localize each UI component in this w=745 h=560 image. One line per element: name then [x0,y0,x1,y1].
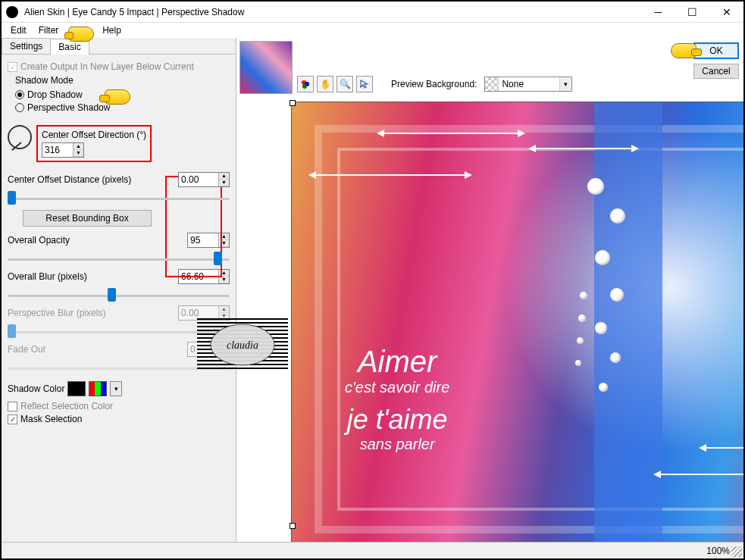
window-title: Alien Skin | Eye Candy 5 Impact | Perspe… [23,7,641,17]
center-offset-direction-spinner[interactable]: ▲▼ [42,142,84,158]
preview-toolbar: ✋ 🔍 Preview Background: None ▾ [297,76,572,92]
close-button[interactable]: ✕ [709,2,743,23]
menubar: Edit Filter View Help [2,23,743,38]
reflect-selection-color-checkbox[interactable] [8,402,17,411]
center-offset-distance-input[interactable] [179,173,218,186]
shadow-color-swatch[interactable] [67,381,86,396]
highlight-box: Center Offset Direction (°) ▲▼ [36,125,152,162]
shadow-mode-label: Shadow Mode [15,75,230,86]
cancel-button[interactable]: Cancel [693,64,739,79]
menu-edit[interactable]: Edit [5,23,33,37]
selection-handle[interactable] [290,523,296,529]
window-controls: ─ ☐ ✕ [641,2,743,23]
app-icon [6,6,18,18]
reflect-selection-color-label: Reflect Selection Color [20,401,113,411]
overall-opacity-slider[interactable] [214,252,222,265]
color-dropdown-arrow[interactable]: ▾ [110,381,122,396]
reset-bounding-box-button[interactable]: Reset Bounding Box [23,210,152,227]
svg-point-2 [302,84,307,89]
watermark: claudia [197,318,288,371]
mask-selection-checkbox[interactable]: ✓ [8,415,17,424]
selection-handle[interactable] [290,100,296,106]
color-tool-icon[interactable] [297,76,314,92]
overall-blur-label: Overall Blur (pixels) [8,271,87,282]
zoom-tool-icon[interactable]: 🔍 [337,76,353,92]
hand-pointer-icon [68,27,94,42]
zoom-level: 100% [706,546,730,556]
preview-background-value: None [499,77,559,91]
preview-background-select[interactable]: None ▾ [484,77,572,92]
create-output-label: Create Output In New Layer Below Current [20,61,194,72]
color-picker-icon[interactable] [89,381,107,396]
perspective-blur-slider [8,324,16,338]
perspective-blur-label: Perspective Blur (pixels) [8,308,105,318]
pan-tool-icon[interactable]: ✋ [317,76,333,92]
canvas[interactable]: Aimer c'est savoir dire je t'aime sans p… [236,99,743,542]
mask-selection-label: Mask Selection [20,414,82,424]
center-offset-distance-spinner[interactable]: ▲▼ [178,172,230,187]
overall-blur-slider[interactable] [108,288,116,302]
tab-settings[interactable]: Settings [2,38,51,54]
preview-background-label: Preview Background: [391,79,477,89]
drop-shadow-radio[interactable] [15,90,24,99]
statusbar: 100% [2,542,743,558]
center-offset-distance-label: Center Offset Distance (pixels) [8,174,131,185]
perspective-shadow-radio[interactable] [15,103,24,112]
center-offset-direction-label: Center Offset Direction (°) [42,130,146,140]
fade-out-label: Fade Out [8,344,45,355]
tab-bar: Settings Basic [2,38,236,55]
shadow-color-label: Shadow Color [8,383,64,394]
artwork-text: Aimer c'est savoir dire je t'aime sans p… [345,345,449,453]
menu-help[interactable]: Help [96,23,127,37]
perspective-shadow-label: Perspective Shadow [27,102,110,113]
settings-panel: Settings Basic ✓ Create Output In New La… [2,38,236,542]
drop-shadow-label: Drop Shadow [27,89,83,100]
transparency-swatch-icon [485,77,499,91]
hand-pointer-icon [671,43,696,58]
center-offset-distance-slider[interactable] [8,191,16,205]
titlebar: Alien Skin | Eye Candy 5 Impact | Perspe… [2,2,743,23]
resize-grip[interactable] [731,546,742,557]
overall-opacity-label: Overall Opacity [8,235,70,246]
create-output-checkbox: ✓ [8,62,17,72]
maximize-button[interactable]: ☐ [675,2,709,23]
minimize-button[interactable]: ─ [641,2,675,23]
preview-image: Aimer c'est savoir dire je t'aime sans p… [291,102,743,542]
center-offset-direction-input[interactable] [42,143,73,157]
preview-area: ✋ 🔍 Preview Background: None ▾ OK Cancel [236,38,743,542]
pointer-tool-icon[interactable] [356,76,373,92]
thumbnail-preview[interactable] [239,41,293,94]
direction-dial[interactable] [8,125,32,149]
hand-pointer-icon [105,89,130,105]
chevron-down-icon[interactable]: ▾ [559,77,571,91]
menu-filter[interactable]: Filter [33,23,65,37]
